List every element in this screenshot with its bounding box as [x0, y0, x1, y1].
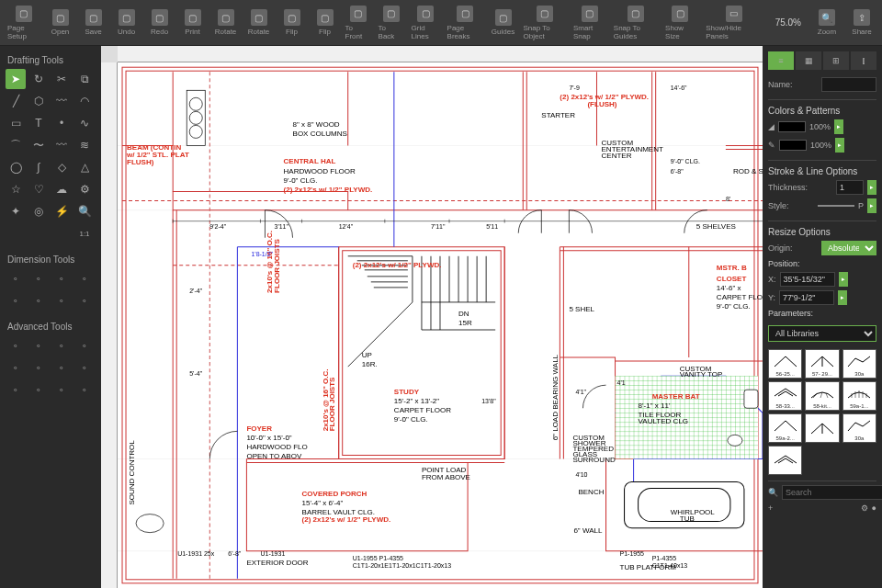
tool-curve3[interactable]: 〰	[51, 135, 72, 155]
tab-grid[interactable]: ⊞	[823, 51, 849, 70]
name-input[interactable]	[821, 77, 876, 92]
snapg-button[interactable]: ▢Snap To Guides	[610, 3, 662, 43]
library-search[interactable]	[782, 485, 882, 500]
undo-button[interactable]: ▢Undo	[110, 3, 143, 43]
gear-button[interactable]: ▢Page Setup	[4, 3, 44, 43]
library-item[interactable]	[805, 413, 839, 443]
tool-adv5[interactable]: ◦	[6, 357, 26, 378]
tab-layers[interactable]: ▦	[796, 51, 821, 70]
dots-icon[interactable]: ●	[872, 503, 876, 513]
grid-button[interactable]: ▢Grid Lines	[408, 3, 444, 43]
tool-check[interactable]: ◦	[74, 268, 95, 288]
library-item[interactable]: 56-25...	[768, 349, 802, 379]
thickness-input[interactable]	[836, 180, 864, 195]
tool-point[interactable]: •	[51, 113, 72, 133]
page-button[interactable]: ▢Page Breaks	[444, 3, 487, 43]
ruler-vertical[interactable]	[101, 62, 118, 588]
tool-heart[interactable]: ♡	[28, 179, 49, 199]
library-item[interactable]: 57- 29...	[805, 349, 839, 379]
tool-wave[interactable]: ≋	[74, 135, 95, 155]
tool-ellipse[interactable]: ◯	[6, 157, 26, 177]
tool-adv8[interactable]: ◦	[74, 357, 95, 378]
tool-zoom[interactable]: 🔍	[74, 201, 95, 221]
open-button[interactable]: ▢Open	[44, 3, 77, 43]
tool-arc[interactable]: ◠	[74, 91, 95, 111]
smarts-button[interactable]: ▢Smart Snap	[570, 3, 610, 43]
share-button[interactable]: ⇪Share	[845, 3, 878, 43]
tool-adv7[interactable]: ◦	[51, 357, 72, 378]
tool-line[interactable]: ╱	[6, 91, 26, 111]
save-button[interactable]: ▢Save	[77, 3, 110, 43]
guides-button[interactable]: ▢Guides	[487, 3, 520, 43]
tool-adv10[interactable]: ◦	[28, 379, 49, 400]
fill-stepper[interactable]: ▸	[834, 119, 843, 134]
size-button[interactable]: ▢Show Size	[662, 3, 698, 43]
zoom-display[interactable]: 75.0%	[768, 17, 808, 28]
library-item[interactable]: 59a-2...	[768, 413, 802, 443]
tool-adv11[interactable]: ◦	[51, 379, 72, 400]
flipv-button[interactable]: ▢Flip	[309, 3, 342, 43]
tool-shape2[interactable]: △	[74, 157, 95, 177]
origin-select[interactable]: Absolute	[821, 241, 876, 255]
y-input[interactable]	[779, 290, 834, 305]
tool-snap[interactable]: ✦	[6, 201, 26, 221]
library-item[interactable]: 58-33...	[768, 381, 802, 411]
tab-align[interactable]: ⫿	[851, 51, 876, 70]
tool-adv3[interactable]: ◦	[51, 335, 72, 356]
snapo-button[interactable]: ▢Snap To Object	[520, 3, 570, 43]
tool-spline[interactable]: ∿	[74, 113, 95, 133]
tool-text[interactable]: T	[28, 113, 49, 133]
tool-free[interactable]: 〰	[51, 91, 72, 111]
x-stepper[interactable]: ▸	[839, 272, 848, 287]
tool-star[interactable]: ☆	[6, 179, 26, 199]
library-item[interactable]	[768, 446, 802, 475]
tool-adv12[interactable]: ◦	[74, 379, 95, 400]
tool-curve1[interactable]: ⌒	[6, 135, 26, 155]
tool-ball[interactable]: ◦	[28, 290, 49, 311]
tool-dim-h[interactable]: ◦	[6, 268, 26, 288]
tool-bolt[interactable]: ⚡	[51, 201, 72, 221]
ruler-horizontal[interactable]	[118, 46, 763, 62]
panels-toggle[interactable]: ▭Show/Hide Panels	[702, 3, 765, 43]
tool-poly[interactable]: ⬡	[28, 91, 49, 111]
tool-shape1[interactable]: ◇	[51, 157, 72, 177]
tool-adv9[interactable]: ◦	[6, 379, 26, 400]
tool-rect[interactable]: ▭	[6, 113, 26, 133]
tool-dim-l[interactable]: ◦	[6, 290, 26, 311]
thickness-stepper[interactable]: ▸	[867, 180, 876, 195]
y-stepper[interactable]: ▸	[838, 290, 847, 305]
fill-swatch[interactable]	[778, 121, 806, 132]
zoom-button[interactable]: 🔍Zoom	[810, 3, 843, 43]
redo-button[interactable]: ▢Redo	[143, 3, 176, 43]
tool-curve2[interactable]: 〜	[28, 135, 49, 155]
tool-adv2[interactable]: ◦	[28, 335, 49, 356]
rotl-button[interactable]: ▢Rotate	[209, 3, 243, 43]
tab-properties[interactable]: ≡	[768, 51, 794, 70]
stroke-swatch[interactable]	[779, 140, 807, 151]
gear-icon[interactable]: ⚙	[861, 503, 868, 513]
canvas[interactable]: CENTRAL HAL HARDWOOD FLOOR 9'-0" CLG. FO…	[101, 46, 763, 588]
tool-cut[interactable]: ✂	[51, 69, 72, 89]
tool-dim-r[interactable]: ◦	[51, 290, 72, 311]
library-item[interactable]: 59a-1...	[842, 381, 876, 411]
stroke-stepper[interactable]: ▸	[835, 138, 844, 153]
library-item[interactable]: 30a	[842, 413, 876, 443]
tool-select[interactable]: ➤	[6, 69, 26, 89]
tool-dup[interactable]: ⧉	[74, 69, 95, 89]
tool-adv4[interactable]: ◦	[74, 335, 95, 356]
tool-ext[interactable]: ◦	[74, 290, 95, 311]
ratio-display[interactable]: 1:1	[74, 223, 95, 243]
tool-bezier[interactable]: ∫	[28, 157, 49, 177]
tool-hour[interactable]: ◦	[28, 268, 49, 288]
library-item[interactable]: 30a	[842, 349, 876, 379]
library-item[interactable]: 58-kit...	[805, 381, 839, 411]
fliph-button[interactable]: ▢Flip	[276, 3, 309, 43]
tool-cloud[interactable]: ☁	[51, 179, 72, 199]
back-button[interactable]: ▢To Back	[375, 3, 408, 43]
style-stepper[interactable]: ▸	[867, 198, 876, 213]
tool-rot[interactable]: ↻	[28, 69, 49, 89]
x-input[interactable]	[780, 272, 835, 287]
add-icon[interactable]: +	[768, 503, 773, 513]
tool-adv1[interactable]: ◦	[6, 335, 26, 356]
tool-target[interactable]: ◎	[28, 201, 49, 221]
